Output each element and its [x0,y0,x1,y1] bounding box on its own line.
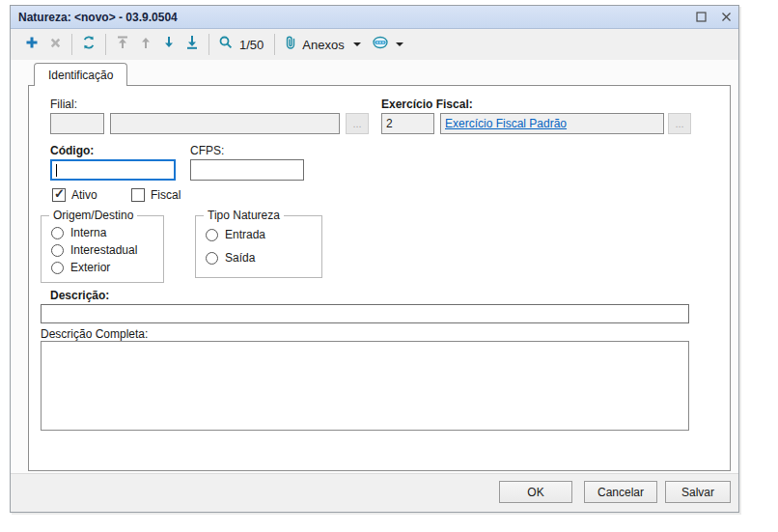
maximize-button[interactable] [694,11,708,24]
exercicio-fiscal-browse-button[interactable]: ... [668,113,691,134]
ativo-checkbox[interactable] [52,188,66,202]
exterior-radio[interactable] [51,262,64,274]
origem-destino-legend: Origem/Destino [49,209,137,222]
window-title: Natureza: <novo> - 03.9.0504 [18,11,694,24]
tipo-natureza-legend: Tipo Natureza [204,209,284,222]
radio-interna[interactable]: Interna [51,226,106,239]
interestadual-label: Interestadual [70,243,137,257]
search-button[interactable] [214,33,237,56]
footer-bar: OK Cancelar Salvar [11,473,738,512]
codigo-input[interactable] [50,159,176,181]
descricao-completa-textarea[interactable] [41,341,689,431]
next-record-icon [162,35,176,54]
fiscal-label: Fiscal [151,188,181,202]
anexos-button[interactable]: Anexos [284,35,364,54]
exercicio-fiscal-link[interactable]: Exercício Fiscal Padrão [445,117,567,130]
radio-exterior[interactable]: Exterior [51,261,110,274]
print-dropdown-icon[interactable] [396,42,403,46]
tipo-natureza-group: Tipo Natureza Entrada Saída [195,215,322,278]
salvar-button[interactable]: Salvar [665,481,731,503]
last-record-icon [185,35,199,54]
descricao-input[interactable] [41,304,689,323]
last-record-button[interactable] [181,33,204,56]
cfps-label: CFPS: [190,144,224,157]
delete-icon [48,36,63,54]
first-record-button[interactable] [111,33,134,56]
tab-label: Identificação [48,69,113,82]
close-button[interactable] [719,11,733,24]
radio-entrada[interactable]: Entrada [206,228,265,241]
paperclip-icon [284,35,297,54]
interna-label: Interna [70,226,106,239]
add-record-button[interactable] [20,33,43,56]
record-counter: 1/50 [239,38,264,52]
search-icon [218,35,234,54]
add-icon [24,35,40,54]
descricao-completa-label: Descrição Completa: [41,327,148,341]
codigo-label: Código: [50,144,94,157]
cancelar-button[interactable]: Cancelar [584,481,657,503]
entrada-label: Entrada [225,228,265,241]
previous-record-icon [139,35,153,54]
previous-record-button[interactable] [134,33,157,56]
filial-code-field [50,113,104,134]
toolbar-separator [105,34,106,55]
chevron-down-icon [353,42,361,46]
text-cursor [56,164,57,177]
anexos-label: Anexos [302,38,344,52]
first-record-icon [116,35,129,54]
dialog-window: Natureza: <novo> - 03.9.0504 [10,5,739,513]
toolbar-separator [208,34,209,55]
descricao-label: Descrição: [50,289,109,302]
tab-identificacao[interactable]: Identificação [34,63,127,86]
next-record-button[interactable] [157,33,181,56]
titlebar: Natureza: <novo> - 03.9.0504 [11,6,738,29]
fiscal-checkbox[interactable] [131,188,145,202]
print-button[interactable] [369,33,392,56]
filial-browse-button[interactable]: ... [346,113,369,134]
radio-interestadual[interactable]: Interestadual [51,243,137,257]
saida-radio[interactable] [206,252,218,265]
interna-radio[interactable] [51,227,64,239]
origem-destino-group: Origem/Destino Interna Interestadual Ext… [41,215,164,283]
ativo-checkbox-row[interactable]: Ativo [52,188,97,202]
content-area: Identificação Filial: ... Exercício Fisc… [11,60,738,475]
identificacao-panel: Filial: ... Exercício Fiscal: 2 Exercíci… [28,85,731,471]
exterior-label: Exterior [70,261,110,274]
toolbar-separator [274,34,275,55]
refresh-icon [81,35,97,54]
interestadual-radio[interactable] [51,244,64,257]
exercicio-fiscal-name-field: Exercício Fiscal Padrão [440,113,664,134]
refresh-button[interactable] [77,33,100,56]
filial-label: Filial: [50,98,77,111]
toolbar-separator [71,34,72,55]
fiscal-checkbox-row[interactable]: Fiscal [131,188,181,202]
delete-record-button[interactable] [43,33,67,56]
entrada-radio[interactable] [206,229,218,241]
ok-button[interactable]: OK [499,481,572,503]
radio-saida[interactable]: Saída [206,251,255,265]
exercicio-fiscal-label: Exercício Fiscal: [381,98,473,111]
exercicio-fiscal-code-field: 2 [381,113,434,134]
toolbar: 1/50 Anexos [11,29,738,60]
filial-name-field [110,113,340,134]
saida-label: Saída [225,251,255,265]
printer-icon [372,35,389,54]
ativo-label: Ativo [71,188,97,202]
cfps-input[interactable] [190,159,304,181]
